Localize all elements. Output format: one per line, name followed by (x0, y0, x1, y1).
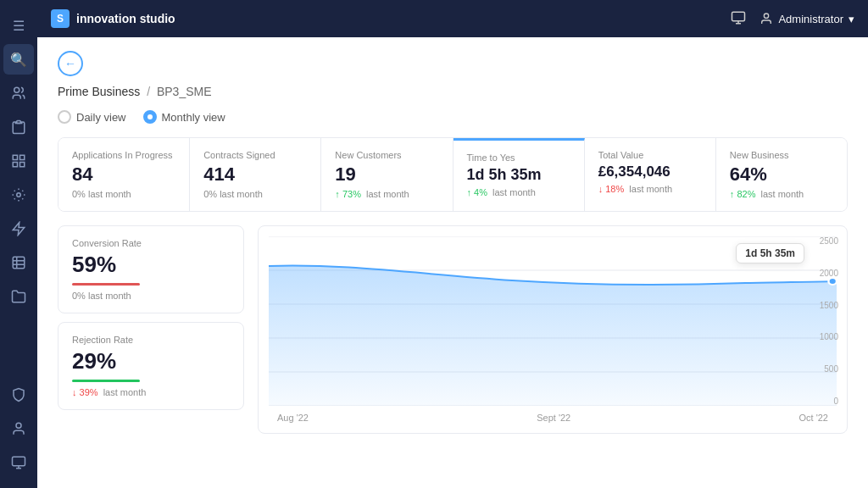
svg-rect-16 (732, 12, 745, 21)
stat-value-1: 414 (203, 164, 307, 186)
stat-value-3: 1d 5h 35m (467, 166, 570, 184)
admin-name: Administrator (778, 13, 843, 25)
y-label-500: 500 (820, 364, 838, 374)
chart-tooltip: 1d 5h 35m (736, 243, 804, 263)
admin-menu[interactable]: Administrator ▾ (760, 12, 854, 25)
svg-point-12 (16, 423, 21, 428)
stat-label-4: Total Value (598, 150, 702, 160)
main-area: S innovation studio Administrator ▾ ← Pr… (37, 0, 868, 488)
y-label-0: 0 (820, 396, 838, 406)
sidebar-lightning-icon[interactable] (3, 214, 34, 244)
stat-label-0: Applications In Progress (72, 150, 175, 160)
stat-applications: Applications In Progress 84 0% last mont… (58, 138, 190, 211)
sidebar-grid-icon[interactable] (3, 146, 34, 176)
breadcrumb: Prime Business / BP3_SME (58, 85, 848, 98)
sidebar-shield-icon[interactable] (3, 380, 34, 410)
monthly-view-label: Monthly view (162, 111, 225, 124)
stat-new-business: New Business 64% ↑ 82% last month (716, 138, 847, 211)
svg-rect-13 (13, 457, 25, 466)
stat-label-1: Contracts Signed (203, 150, 307, 160)
stat-new-customers: New Customers 19 ↑ 73% last month (321, 138, 453, 211)
metric-conversion-sub: 0% last month (72, 291, 230, 301)
stat-label-2: New Customers (335, 150, 438, 160)
monthly-view-option[interactable]: Monthly view (143, 110, 225, 124)
sidebar-person-icon[interactable] (3, 413, 34, 444)
logo-icon: S (51, 9, 70, 28)
svg-point-19 (765, 14, 769, 18)
metric-conversion-line (72, 283, 140, 286)
stat-sub-4: ↓ 18% last month (598, 184, 702, 194)
daily-view-label: Daily view (76, 111, 126, 124)
svg-point-6 (17, 193, 21, 197)
back-button[interactable]: ← (58, 51, 83, 76)
x-label-oct: Oct '22 (798, 413, 828, 423)
stat-value-0: 84 (72, 164, 175, 186)
dashboard-body: Conversion Rate 59% 0% last month Reject… (58, 225, 848, 434)
x-label-sept: Sept '22 (537, 413, 570, 423)
breadcrumb-child: BP3_SME (157, 85, 212, 98)
metric-rejection-line (72, 380, 140, 382)
y-label-2500: 2500 (820, 236, 838, 246)
y-label-1500: 1500 (820, 301, 838, 310)
sidebar-folder-icon[interactable] (3, 281, 34, 312)
breadcrumb-separator: / (147, 85, 150, 98)
content-area: ← Prime Business / BP3_SME Daily view Mo… (37, 37, 868, 488)
stat-sub-5: ↑ 82% last month (730, 189, 833, 199)
app-name: innovation studio (76, 12, 175, 25)
sidebar-monitor-icon[interactable] (3, 447, 34, 478)
sidebar-gear-icon[interactable] (3, 180, 34, 210)
topbar: S innovation studio Administrator ▾ (37, 0, 868, 37)
svg-marker-7 (13, 223, 25, 236)
metric-rejection: Rejection Rate 29% ↓ 39% last month (58, 322, 244, 410)
svg-point-0 (14, 87, 19, 92)
breadcrumb-parent[interactable]: Prime Business (58, 85, 140, 98)
chart-area-fill (269, 266, 837, 406)
stat-sub-0: 0% last month (72, 189, 175, 199)
stat-sub-1: 0% last month (203, 189, 307, 199)
stats-row: Applications In Progress 84 0% last mont… (58, 137, 848, 212)
admin-chevron: ▾ (849, 13, 854, 25)
sidebar-search-icon[interactable]: 🔍 (3, 44, 34, 75)
metric-rejection-value: 29% (72, 348, 230, 374)
svg-rect-8 (13, 257, 25, 269)
svg-rect-5 (20, 163, 25, 167)
chart-x-labels: Aug '22 Sept '22 Oct '22 (269, 409, 837, 423)
daily-view-option[interactable]: Daily view (58, 110, 126, 124)
stat-label-3: Time to Yes (467, 152, 570, 163)
stat-sub-3: ↑ 4% last month (467, 187, 570, 197)
stat-label-5: New Business (730, 150, 833, 160)
stat-contracts: Contracts Signed 414 0% last month (190, 138, 321, 211)
sidebar-table-icon[interactable] (3, 247, 34, 278)
stat-value-2: 19 (335, 164, 438, 186)
metric-conversion: Conversion Rate 59% 0% last month (58, 225, 244, 313)
sidebar-users-icon[interactable] (3, 78, 34, 108)
sidebar-clipboard-icon[interactable] (3, 112, 34, 142)
stat-time-to-yes: Time to Yes 1d 5h 35m ↑ 4% last month (453, 138, 585, 211)
y-label-1000: 1000 (820, 332, 838, 341)
monthly-view-radio[interactable] (143, 110, 157, 124)
stat-sub-2: ↑ 73% last month (335, 189, 438, 199)
view-toggle: Daily view Monthly view (58, 110, 848, 124)
sidebar: ☰ 🔍 (0, 0, 37, 488)
chart-y-labels: 2500 2000 1500 1000 500 0 (820, 236, 838, 406)
svg-rect-3 (20, 155, 25, 159)
logo: S innovation studio (51, 9, 175, 28)
stat-value-4: £6,354,046 (598, 164, 702, 180)
chart-area: 1d 5h 35m (258, 225, 848, 434)
left-panel: Conversion Rate 59% 0% last month Reject… (58, 225, 244, 434)
svg-rect-2 (13, 155, 17, 159)
x-label-aug: Aug '22 (277, 413, 309, 423)
metric-conversion-label: Conversion Rate (72, 238, 230, 248)
back-icon: ← (64, 57, 76, 70)
y-label-2000: 2000 (820, 269, 838, 278)
stat-total-value: Total Value £6,354,046 ↓ 18% last month (585, 138, 716, 211)
svg-rect-4 (13, 163, 17, 167)
daily-view-radio[interactable] (58, 110, 71, 124)
topbar-right: Administrator ▾ (731, 10, 854, 28)
monitor-icon[interactable] (731, 10, 746, 28)
metric-rejection-label: Rejection Rate (72, 335, 230, 345)
stat-value-5: 64% (730, 164, 833, 186)
metric-rejection-sub: ↓ 39% last month (72, 387, 230, 397)
metric-conversion-value: 59% (72, 252, 230, 278)
sidebar-menu-icon[interactable]: ☰ (3, 10, 34, 41)
